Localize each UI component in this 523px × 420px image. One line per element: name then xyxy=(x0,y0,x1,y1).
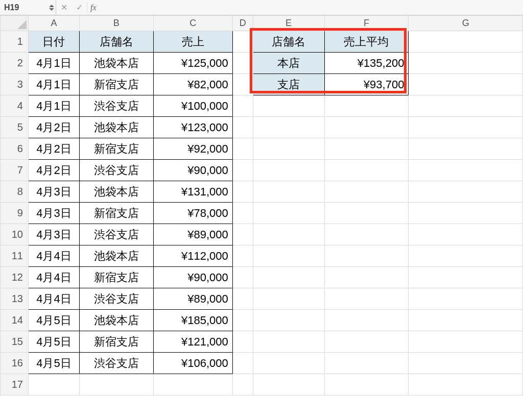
cell-B5[interactable]: 池袋本店 xyxy=(79,117,153,138)
cell-F2[interactable]: ¥135,200 xyxy=(324,53,409,74)
cell-C12[interactable]: ¥90,000 xyxy=(153,267,232,288)
cell-A1[interactable]: 日付 xyxy=(28,31,79,53)
cell-A6[interactable]: 4月2日 xyxy=(28,138,79,160)
cell-B9[interactable]: 新宿支店 xyxy=(79,203,153,224)
accept-button[interactable]: ✓ xyxy=(72,0,87,15)
cell-F8[interactable] xyxy=(324,181,409,203)
cell-D14[interactable] xyxy=(232,310,253,331)
cell-F13[interactable] xyxy=(324,288,409,310)
cell-C15[interactable]: ¥121,000 xyxy=(153,331,232,353)
row-header-8[interactable]: 8 xyxy=(1,181,29,203)
cell-D5[interactable] xyxy=(232,117,253,138)
cell-E3[interactable]: 支店 xyxy=(253,74,324,95)
cell-B3[interactable]: 新宿支店 xyxy=(79,74,153,95)
cell-G16[interactable] xyxy=(409,353,523,374)
cell-B16[interactable]: 渋谷支店 xyxy=(79,353,153,374)
cell-A11[interactable]: 4月4日 xyxy=(28,245,79,267)
col-header-F[interactable]: F xyxy=(324,16,409,31)
cell-G5[interactable] xyxy=(409,117,523,138)
cell-D17[interactable] xyxy=(232,374,253,396)
row-header-4[interactable]: 4 xyxy=(1,95,29,117)
cell-A8[interactable]: 4月3日 xyxy=(28,181,79,203)
cell-D16[interactable] xyxy=(232,353,253,374)
cell-D12[interactable] xyxy=(232,267,253,288)
cell-G6[interactable] xyxy=(409,138,523,160)
cell-D10[interactable] xyxy=(232,224,253,245)
cell-E4[interactable] xyxy=(253,95,324,117)
cell-C2[interactable]: ¥125,000 xyxy=(153,53,232,74)
cell-C1[interactable]: 売上 xyxy=(153,31,232,53)
cell-C4[interactable]: ¥100,000 xyxy=(153,95,232,117)
cell-G17[interactable] xyxy=(409,374,523,396)
cell-D8[interactable] xyxy=(232,181,253,203)
cell-A14[interactable]: 4月5日 xyxy=(28,310,79,331)
cell-A4[interactable]: 4月1日 xyxy=(28,95,79,117)
cell-E5[interactable] xyxy=(253,117,324,138)
formula-input[interactable] xyxy=(97,0,523,15)
cell-G10[interactable] xyxy=(409,224,523,245)
cell-A10[interactable]: 4月3日 xyxy=(28,224,79,245)
cell-D1[interactable] xyxy=(232,31,253,53)
cell-F10[interactable] xyxy=(324,224,409,245)
row-header-5[interactable]: 5 xyxy=(1,117,29,138)
cell-G4[interactable] xyxy=(409,95,523,117)
cell-F5[interactable] xyxy=(324,117,409,138)
cell-E8[interactable] xyxy=(253,181,324,203)
col-header-E[interactable]: E xyxy=(253,16,324,31)
cell-F9[interactable] xyxy=(324,203,409,224)
cell-A16[interactable]: 4月5日 xyxy=(28,353,79,374)
row-header-11[interactable]: 11 xyxy=(1,245,29,267)
cell-F14[interactable] xyxy=(324,310,409,331)
cell-B11[interactable]: 池袋本店 xyxy=(79,245,153,267)
select-all-corner[interactable] xyxy=(1,16,29,31)
cell-C6[interactable]: ¥92,000 xyxy=(153,138,232,160)
cell-B1[interactable]: 店舗名 xyxy=(79,31,153,53)
cell-A12[interactable]: 4月4日 xyxy=(28,267,79,288)
row-header-2[interactable]: 2 xyxy=(1,53,29,74)
cell-D13[interactable] xyxy=(232,288,253,310)
cell-B7[interactable]: 渋谷支店 xyxy=(79,160,153,181)
cell-G3[interactable] xyxy=(409,74,523,95)
row-header-12[interactable]: 12 xyxy=(1,267,29,288)
cell-E16[interactable] xyxy=(253,353,324,374)
cell-D9[interactable] xyxy=(232,203,253,224)
row-header-17[interactable]: 17 xyxy=(1,374,29,396)
row-header-9[interactable]: 9 xyxy=(1,203,29,224)
col-header-G[interactable]: G xyxy=(409,16,523,31)
cell-G11[interactable] xyxy=(409,245,523,267)
cell-E11[interactable] xyxy=(253,245,324,267)
cell-D7[interactable] xyxy=(232,160,253,181)
cell-E2[interactable]: 本店 xyxy=(253,53,324,74)
cell-E17[interactable] xyxy=(253,374,324,396)
cell-F7[interactable] xyxy=(324,160,409,181)
cell-B4[interactable]: 渋谷支店 xyxy=(79,95,153,117)
row-header-3[interactable]: 3 xyxy=(1,74,29,95)
grid-table[interactable]: ABCDEFG1日付店舗名売上店舗名売上平均24月1日池袋本店¥125,000本… xyxy=(0,15,523,396)
name-box-wrap[interactable]: H19 xyxy=(0,0,56,15)
cell-G2[interactable] xyxy=(409,53,523,74)
row-header-1[interactable]: 1 xyxy=(1,31,29,53)
cell-C14[interactable]: ¥185,000 xyxy=(153,310,232,331)
cell-C16[interactable]: ¥106,000 xyxy=(153,353,232,374)
cell-A5[interactable]: 4月2日 xyxy=(28,117,79,138)
cell-B14[interactable]: 池袋本店 xyxy=(79,310,153,331)
cell-G8[interactable] xyxy=(409,181,523,203)
cell-F11[interactable] xyxy=(324,245,409,267)
cell-B13[interactable]: 渋谷支店 xyxy=(79,288,153,310)
cell-G13[interactable] xyxy=(409,288,523,310)
row-header-13[interactable]: 13 xyxy=(1,288,29,310)
cell-F17[interactable] xyxy=(324,374,409,396)
cell-C7[interactable]: ¥90,000 xyxy=(153,160,232,181)
row-header-6[interactable]: 6 xyxy=(1,138,29,160)
cell-F1[interactable]: 売上平均 xyxy=(324,31,409,53)
cancel-button[interactable]: ✕ xyxy=(56,0,72,15)
cell-G7[interactable] xyxy=(409,160,523,181)
cell-A2[interactable]: 4月1日 xyxy=(28,53,79,74)
cell-E14[interactable] xyxy=(253,310,324,331)
cell-A7[interactable]: 4月2日 xyxy=(28,160,79,181)
cell-D4[interactable] xyxy=(232,95,253,117)
cell-C5[interactable]: ¥123,000 xyxy=(153,117,232,138)
cell-E9[interactable] xyxy=(253,203,324,224)
cell-G9[interactable] xyxy=(409,203,523,224)
cell-B6[interactable]: 新宿支店 xyxy=(79,138,153,160)
